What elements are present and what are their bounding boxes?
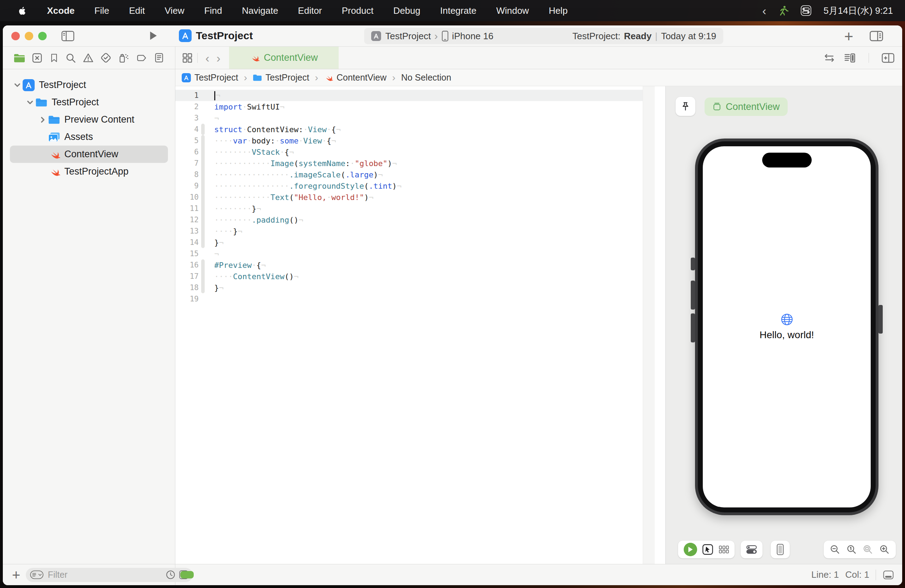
disclosure-closed-icon[interactable] bbox=[38, 116, 48, 124]
menu-item-find[interactable]: Find bbox=[204, 5, 222, 16]
live-preview-button[interactable] bbox=[684, 543, 697, 556]
recent-files-clock-icon[interactable] bbox=[166, 570, 175, 580]
scheme-name[interactable]: TestProject bbox=[385, 31, 431, 42]
close-window-button[interactable] bbox=[11, 32, 20, 40]
filter-field[interactable] bbox=[26, 568, 193, 582]
code-line[interactable]: 17····ContentView()¬ bbox=[175, 271, 643, 282]
project-navigator-folder-icon[interactable] bbox=[13, 53, 25, 63]
menu-item-xcode[interactable]: Xcode bbox=[47, 5, 75, 16]
related-items-icon[interactable] bbox=[182, 52, 193, 63]
code-line[interactable]: 19 bbox=[175, 293, 643, 304]
apple-logo-icon[interactable] bbox=[17, 6, 27, 16]
bookmark-icon[interactable] bbox=[49, 52, 59, 63]
code-line[interactable]: 11········}¬ bbox=[175, 203, 643, 214]
selectable-mode-button[interactable] bbox=[702, 544, 713, 555]
zoom-in-icon[interactable] bbox=[879, 544, 890, 555]
search-icon[interactable] bbox=[65, 52, 76, 63]
go-back-button[interactable]: ‹ bbox=[202, 52, 213, 64]
code-text: }¬ bbox=[214, 238, 224, 247]
activity-runner-icon[interactable] bbox=[778, 5, 789, 16]
sidebar-item-preview-content[interactable]: Preview Content bbox=[10, 111, 168, 128]
issues-icon[interactable] bbox=[83, 52, 94, 63]
sidebar-item-assets[interactable]: Assets bbox=[10, 128, 168, 146]
editor-health-indicator[interactable] bbox=[180, 571, 194, 578]
filter-input[interactable] bbox=[47, 569, 162, 580]
menu-clock[interactable]: 5月14日(水) 9:21 bbox=[823, 5, 893, 17]
breadcrumb-item-group[interactable]: TestProject bbox=[265, 73, 309, 83]
sidebar-item-testprojectapp[interactable]: TestProjectApp bbox=[10, 163, 168, 180]
editor-scrollbar-gutter[interactable] bbox=[643, 86, 655, 564]
destination-name[interactable]: iPhone 16 bbox=[452, 31, 494, 42]
disclosure-open-icon[interactable] bbox=[12, 81, 23, 89]
menu-item-view[interactable]: View bbox=[165, 5, 184, 16]
breadcrumb-item-project[interactable]: TestProject bbox=[194, 73, 238, 83]
code-line[interactable]: 12········.padding()¬ bbox=[175, 214, 643, 225]
code-line[interactable]: 7············Image(systemName:·"globe")¬ bbox=[175, 158, 643, 169]
sidebar-item-testproject[interactable]: TestProject bbox=[10, 94, 168, 111]
adjust-editor-options-icon[interactable] bbox=[844, 53, 856, 63]
menu-item-product[interactable]: Product bbox=[342, 5, 374, 16]
menu-item-window[interactable]: Window bbox=[496, 5, 529, 16]
reports-icon[interactable] bbox=[154, 52, 164, 63]
go-forward-button[interactable]: › bbox=[213, 52, 224, 64]
line-number: 19 bbox=[175, 295, 198, 303]
tests-icon[interactable] bbox=[100, 52, 112, 63]
menu-item-integrate[interactable]: Integrate bbox=[440, 5, 476, 16]
add-editor-button[interactable] bbox=[882, 53, 894, 63]
device-button[interactable] bbox=[776, 544, 784, 555]
code-line[interactable]: 2import·SwiftUI¬ bbox=[175, 101, 643, 113]
tab-contentview[interactable]: ContentView bbox=[229, 47, 339, 69]
code-line[interactable]: 9················.foregroundStyle(.tint)… bbox=[175, 180, 643, 192]
menu-extras-chevron-icon[interactable]: ‹ bbox=[762, 5, 766, 17]
code-line[interactable]: 14}¬ bbox=[175, 237, 643, 248]
code-line[interactable]: 1¬ bbox=[175, 90, 643, 101]
run-button[interactable] bbox=[149, 31, 158, 41]
code-line[interactable]: 6········VStack·{¬ bbox=[175, 146, 643, 158]
add-item-button[interactable]: + bbox=[844, 28, 853, 45]
device-settings-button[interactable] bbox=[746, 545, 757, 555]
globe-icon bbox=[781, 313, 793, 326]
sidebar-item-contentview[interactable]: ContentView bbox=[10, 146, 168, 163]
device-screen[interactable]: Hello, world! bbox=[703, 146, 871, 507]
menu-item-file[interactable]: File bbox=[94, 5, 109, 16]
zoom-100-icon[interactable] bbox=[846, 544, 857, 555]
zoom-out-icon[interactable] bbox=[830, 544, 840, 555]
source-editor[interactable]: 1¬2import·SwiftUI¬3¬4struct·ContentView:… bbox=[175, 86, 643, 564]
scheme-status-pill[interactable]: TestProject › iPhone 16 TestProject: Rea… bbox=[364, 28, 723, 44]
code-line[interactable]: 18}¬ bbox=[175, 282, 643, 293]
breakpoints-icon[interactable] bbox=[136, 53, 148, 63]
navigator-sidebar-toggle-button[interactable] bbox=[62, 30, 74, 42]
code-review-icon[interactable] bbox=[823, 53, 835, 63]
sidebar-item-testproject[interactable]: TestProject bbox=[10, 76, 168, 94]
menu-item-edit[interactable]: Edit bbox=[129, 5, 145, 16]
source-control-icon[interactable] bbox=[32, 52, 43, 63]
menu-item-editor[interactable]: Editor bbox=[298, 5, 322, 16]
breadcrumb-folder-icon bbox=[253, 74, 262, 82]
menu-item-help[interactable]: Help bbox=[549, 5, 567, 16]
code-line[interactable]: 4struct·ContentView:·View·{¬ bbox=[175, 124, 643, 135]
editor-layout-button[interactable] bbox=[870, 30, 883, 42]
add-file-button[interactable]: + bbox=[12, 568, 20, 582]
code-line[interactable]: 13····}¬ bbox=[175, 225, 643, 237]
minimize-window-button[interactable] bbox=[25, 32, 33, 40]
zoom-fit-icon[interactable] bbox=[862, 544, 873, 555]
variants-button[interactable] bbox=[719, 545, 729, 554]
pin-preview-button[interactable] bbox=[676, 97, 695, 116]
code-line[interactable]: 3¬ bbox=[175, 113, 643, 124]
debug-gauge-icon[interactable] bbox=[118, 52, 130, 63]
menu-item-navigate[interactable]: Navigate bbox=[242, 5, 278, 16]
debug-area-toggle-icon[interactable] bbox=[882, 570, 894, 580]
breadcrumb-item-selection[interactable]: No Selection bbox=[401, 73, 451, 83]
zoom-window-button[interactable] bbox=[38, 32, 47, 40]
disclosure-open-icon[interactable] bbox=[25, 98, 35, 106]
code-line[interactable]: 8················.imageScale(.large)¬ bbox=[175, 169, 643, 180]
code-line[interactable]: 15¬ bbox=[175, 248, 643, 259]
code-line[interactable]: 5····var·body:·some·View·{¬ bbox=[175, 135, 643, 146]
breadcrumb-item-file[interactable]: ContentView bbox=[337, 73, 386, 83]
preview-badge[interactable]: ContentView bbox=[705, 98, 788, 116]
control-center-icon[interactable] bbox=[801, 5, 811, 16]
menu-item-debug[interactable]: Debug bbox=[393, 5, 420, 16]
code-line[interactable]: 10············Text("Hello,·world!")¬ bbox=[175, 192, 643, 203]
filter-icon[interactable] bbox=[30, 571, 43, 579]
code-line[interactable]: 16#Preview·{¬ bbox=[175, 259, 643, 271]
